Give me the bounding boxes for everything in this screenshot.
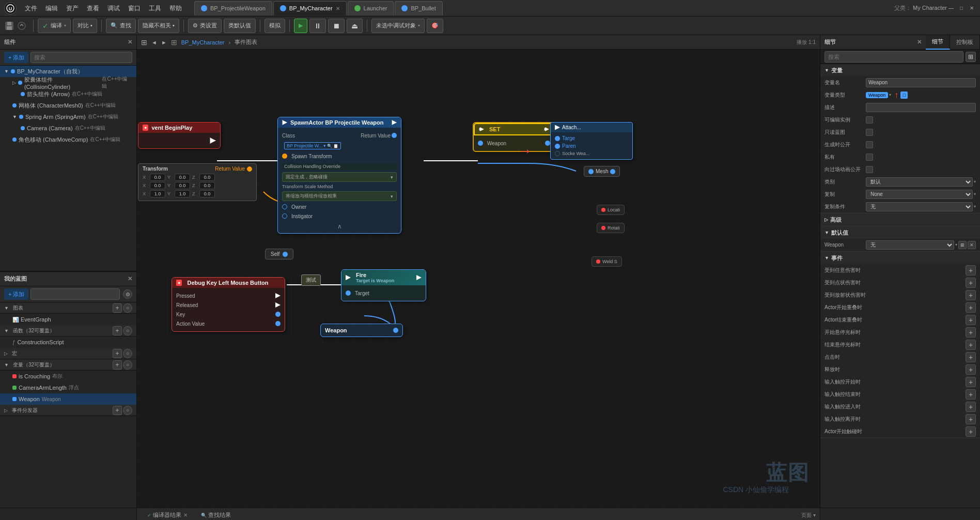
menu-view[interactable]: 查看: [83, 0, 103, 17]
location-node[interactable]: Locati: [597, 205, 625, 215]
world-checkbox[interactable]: [866, 141, 873, 148]
debug-extra-btn[interactable]: 🎯: [427, 19, 443, 33]
add-variable-btn[interactable]: +: [113, 360, 122, 370]
collision-dropdown[interactable]: 固定生成，忽略碰撞 ▾: [282, 172, 397, 182]
variables-section-header[interactable]: ▼ 变量: [820, 64, 980, 77]
spawn-actor-node[interactable]: SpawnActor BP Projectile Weapon Class Re…: [277, 117, 401, 234]
replicate-select[interactable]: None: [866, 190, 973, 199]
debug-target-selector[interactable]: 未选中调试对象 ▾: [371, 19, 425, 33]
fire-node[interactable]: Fire Target is Weapon Target: [341, 269, 426, 301]
center-canvas[interactable]: ⊞ ◄ ► ⊞ BP_MyCharacter › 事件图表 播放 1:1: [137, 35, 820, 508]
weld-node[interactable]: Weld S: [592, 256, 622, 267]
event-add-btn[interactable]: +: [966, 402, 976, 412]
event-add-btn[interactable]: +: [966, 278, 976, 288]
set-node[interactable]: SET Weapon: [473, 122, 555, 152]
var-name-input[interactable]: [866, 78, 976, 87]
default-value-header[interactable]: ▼ 默认值: [820, 226, 980, 239]
component-springarm[interactable]: ▼ Spring Arm (SpringArm) 在C++中编辑: [0, 111, 136, 123]
add-function-btn[interactable]: +: [113, 326, 122, 335]
play-button[interactable]: ▶: [294, 19, 307, 33]
var-is-crouching[interactable]: is Crouching 布尔: [0, 371, 136, 382]
event-add-btn[interactable]: +: [966, 327, 976, 338]
add-mybp-button[interactable]: + 添加: [4, 288, 28, 300]
category-select[interactable]: 默认: [866, 177, 973, 187]
type-dropdown-arrow[interactable]: ▾: [889, 93, 891, 97]
menu-edit[interactable]: 编辑: [41, 0, 62, 17]
event-add-btn[interactable]: +: [966, 315, 976, 325]
construction-script-item[interactable]: ƒ ConstructionScript: [0, 337, 136, 348]
instance-checkbox[interactable]: [866, 116, 873, 124]
components-close[interactable]: ✕: [128, 39, 132, 45]
menu-window[interactable]: 窗口: [124, 0, 145, 17]
add-event-btn[interactable]: +: [113, 406, 122, 415]
canvas-nav-arrows-right[interactable]: ►: [161, 39, 167, 45]
tab-details[interactable]: 细节: [926, 35, 950, 50]
weapon-default-select[interactable]: 无: [866, 240, 954, 250]
tab-bp-projectile[interactable]: BP_ProjectileWeapon: [194, 1, 272, 16]
add-graph-btn[interactable]: +: [113, 303, 122, 313]
diff-button[interactable]: 对比 •: [73, 19, 97, 33]
advanced-header[interactable]: ▷ 高级: [820, 213, 980, 226]
menu-assets[interactable]: 资产: [62, 0, 83, 17]
macro-circle-btn[interactable]: ○: [123, 349, 132, 358]
attach-node[interactable]: Attach... Targe Paren Socke Wea...: [550, 122, 633, 160]
event-add-btn[interactable]: +: [966, 265, 976, 276]
readonly-checkbox[interactable]: [866, 129, 873, 136]
class-defaults-button[interactable]: 类默认值: [224, 19, 256, 33]
replicate-cond-select[interactable]: 无: [866, 202, 973, 211]
collapse-arrow[interactable]: ∧: [282, 223, 397, 230]
mybp-search-input[interactable]: [30, 288, 120, 300]
stop-button[interactable]: ⏹: [328, 19, 345, 33]
breadcrumb-mycharacter[interactable]: BP_MyCharacter: [181, 39, 225, 45]
events-header[interactable]: ▼ 事件: [820, 252, 980, 264]
my-bp-close[interactable]: ✕: [128, 276, 132, 282]
multicast-checkbox[interactable]: [866, 166, 873, 173]
variable-circle-btn[interactable]: ○: [123, 360, 132, 370]
weapon-var-node[interactable]: Weapon: [320, 324, 403, 337]
hide-unrelated-button[interactable]: 隐藏不相关 •: [138, 19, 179, 33]
mybp-settings-btn[interactable]: ⚙: [123, 289, 132, 299]
event-circle-btn[interactable]: ○: [123, 406, 132, 415]
type-array-toggle[interactable]: □: [900, 91, 908, 99]
debug-key-node[interactable]: ● Debug Key Left Mouse Button Pressed Re…: [172, 277, 285, 332]
event-graph-item[interactable]: 📊 EventGraph: [0, 314, 136, 325]
event-add-btn[interactable]: +: [966, 352, 976, 362]
desc-input[interactable]: [866, 103, 976, 112]
event-add-btn[interactable]: +: [966, 340, 976, 350]
event-add-btn[interactable]: +: [966, 389, 976, 400]
class-input[interactable]: BP Projectile W... ▾ 🔍 📋: [284, 142, 341, 149]
add-component-button[interactable]: + 添加: [4, 52, 28, 63]
mesh-node[interactable]: Mesh: [584, 166, 620, 177]
tab-bp-mycharacter[interactable]: BP_MyCharacter ✕: [273, 1, 347, 16]
transform-node[interactable]: Transform Return Value X 0.0 Y 0.0 Z 0.0…: [138, 163, 257, 201]
tab-launcher[interactable]: Launcher: [348, 1, 394, 16]
tab-control-board[interactable]: 控制板: [950, 35, 980, 50]
pause-button[interactable]: ⏸: [309, 19, 326, 33]
tab-bp-bullet[interactable]: BP_Bullet: [395, 1, 442, 16]
simulate-button[interactable]: 模拟: [265, 19, 285, 33]
component-mesh[interactable]: 网格体 (CharacterMesh0) 在C++中编辑: [0, 100, 136, 111]
begin-play-node[interactable]: ● vent BeginPlay: [138, 122, 221, 149]
maximize-btn[interactable]: □: [957, 4, 966, 12]
compiler-close[interactable]: ✕: [183, 512, 188, 518]
graph-circle-btn[interactable]: ○: [123, 303, 132, 313]
var-cameraarmlength[interactable]: CameraArmLength 浮点: [0, 382, 136, 393]
component-collision[interactable]: ▷ 胶囊体组件 (CollisionCylinder) 在C++中编辑: [0, 77, 136, 88]
class-settings-button[interactable]: ⚙ 类设置: [188, 19, 222, 33]
menu-file[interactable]: 文件: [21, 0, 41, 17]
var-weapon[interactable]: Weapon Weapon: [0, 393, 136, 405]
minimize-btn[interactable]: —: [947, 4, 955, 12]
detail-settings-btn[interactable]: ⊞: [966, 52, 976, 62]
scale-method-dropdown[interactable]: 将缩放与模组件缩放相乘 ▾: [282, 191, 397, 201]
detail-search-input[interactable]: [825, 51, 963, 63]
event-add-btn[interactable]: +: [966, 302, 976, 313]
event-add-btn[interactable]: +: [966, 290, 976, 300]
add-macro-btn[interactable]: +: [113, 349, 122, 358]
close-btn[interactable]: ✕: [968, 4, 976, 12]
menu-debug[interactable]: 调试: [103, 0, 124, 17]
compiler-results-tab[interactable]: ✓ 编译器结果 ✕: [141, 509, 194, 521]
component-charmove[interactable]: 角色移动 (CharMoveComp) 在C++中编辑: [0, 134, 136, 145]
event-add-btn[interactable]: +: [966, 377, 976, 387]
event-add-btn[interactable]: +: [966, 426, 976, 437]
compile-button[interactable]: ✓ 编译 ▾: [38, 19, 71, 33]
